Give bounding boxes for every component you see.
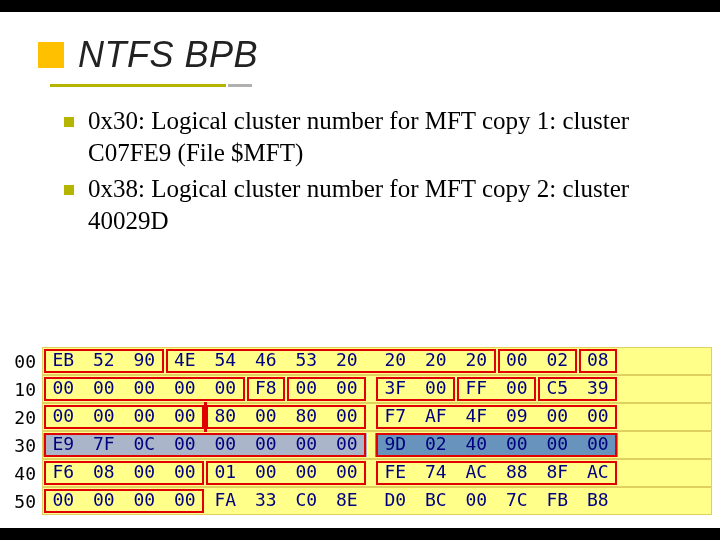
hex-byte: B8: [578, 488, 619, 514]
bullet-list: 0x30: Logical cluster number for MFT cop…: [64, 105, 680, 237]
hex-byte: AF: [416, 404, 457, 430]
hex-byte: 74: [416, 460, 457, 486]
hex-byte: 02: [416, 432, 457, 458]
field-split-marker: [204, 402, 207, 432]
hex-row-cells: 0000000080008000F7AF4F090000: [42, 403, 712, 431]
hex-byte: 33: [246, 488, 287, 514]
hex-byte: 3F: [375, 376, 416, 402]
hex-row-cells: EB52904E54465320202020000208: [42, 347, 712, 375]
hex-byte: 00: [205, 432, 246, 458]
hex-byte: 00: [416, 376, 457, 402]
title-underline: [50, 84, 630, 87]
bullet-text: 0x38: Logical cluster number for MFT cop…: [88, 173, 680, 237]
hex-byte: D0: [375, 488, 416, 514]
hex-byte: AC: [456, 460, 497, 486]
hex-byte: FF: [456, 376, 497, 402]
hex-row-cells: F608000001000000FE74AC888FAC: [42, 459, 712, 487]
hex-byte: 80: [286, 404, 327, 430]
hex-byte: 00: [286, 460, 327, 486]
hex-byte: 00: [578, 432, 619, 458]
hex-byte: 00: [165, 460, 206, 486]
hex-row: 200000000080008000F7AF4F090000: [2, 404, 712, 430]
hex-row-cells: E97F0C00000000009D0240000000: [42, 431, 712, 459]
hex-byte: 90: [124, 348, 165, 374]
hex-byte: 00: [246, 432, 287, 458]
hex-byte: 00: [327, 376, 368, 402]
hex-byte: 00: [497, 348, 538, 374]
hex-byte: 00: [578, 404, 619, 430]
row-offset-label: 00: [2, 351, 42, 372]
hex-byte: 00: [327, 404, 368, 430]
hex-byte: 09: [497, 404, 538, 430]
hex-row: 40F608000001000000FE74AC888FAC: [2, 460, 712, 486]
hex-byte: 53: [286, 348, 327, 374]
hex-byte: 00: [456, 488, 497, 514]
title-row: NTFS BPB: [38, 34, 720, 76]
hex-byte: 00: [497, 376, 538, 402]
hex-byte: 4E: [165, 348, 206, 374]
hex-byte: F6: [43, 460, 84, 486]
hex-byte: 00: [124, 460, 165, 486]
hex-byte: 00: [286, 432, 327, 458]
hex-byte: 46: [246, 348, 287, 374]
hex-byte: 01: [205, 460, 246, 486]
hex-byte: 00: [84, 404, 125, 430]
hex-byte: 00: [537, 432, 578, 458]
hex-row: 00EB52904E54465320202020000208: [2, 348, 712, 374]
hex-byte: 40: [456, 432, 497, 458]
hex-byte: 7C: [497, 488, 538, 514]
hex-dump-table: 00EB52904E544653202020200002081000000000…: [2, 348, 712, 516]
hex-byte: 00: [84, 488, 125, 514]
row-offset-label: 20: [2, 407, 42, 428]
hex-byte: FA: [205, 488, 246, 514]
hex-byte: FB: [537, 488, 578, 514]
hex-byte: 00: [84, 376, 125, 402]
hex-byte: 80: [205, 404, 246, 430]
hex-byte: 00: [246, 460, 287, 486]
hex-byte: 00: [165, 432, 206, 458]
hex-byte: 00: [246, 404, 287, 430]
bullet-square-icon: [64, 185, 74, 195]
hex-byte: 8F: [537, 460, 578, 486]
hex-byte: 08: [578, 348, 619, 374]
hex-row: 5000000000FA33C08ED0BC007CFBB8: [2, 488, 712, 514]
hex-byte: 88: [497, 460, 538, 486]
bullet-square-icon: [64, 117, 74, 127]
row-offset-label: 40: [2, 463, 42, 484]
hex-byte: C0: [286, 488, 327, 514]
hex-byte: 00: [124, 376, 165, 402]
slide-title: NTFS BPB: [78, 34, 258, 76]
bullet-item: 0x38: Logical cluster number for MFT cop…: [64, 173, 680, 237]
hex-byte: AC: [578, 460, 619, 486]
hex-byte: 00: [165, 488, 206, 514]
title-square-icon: [38, 42, 64, 68]
row-offset-label: 10: [2, 379, 42, 400]
hex-byte: 00: [327, 432, 368, 458]
hex-row: 100000000000F800003F00FF00C539: [2, 376, 712, 402]
hex-byte: 39: [578, 376, 619, 402]
bullet-text: 0x30: Logical cluster number for MFT cop…: [88, 105, 680, 169]
hex-byte: 02: [537, 348, 578, 374]
hex-byte: 54: [205, 348, 246, 374]
hex-byte: F8: [246, 376, 287, 402]
row-offset-label: 50: [2, 491, 42, 512]
hex-byte: C5: [537, 376, 578, 402]
hex-byte: 00: [124, 404, 165, 430]
hex-byte: 52: [84, 348, 125, 374]
hex-byte: 00: [124, 488, 165, 514]
hex-byte: 00: [165, 404, 206, 430]
hex-byte: 00: [43, 376, 84, 402]
hex-byte: 20: [456, 348, 497, 374]
hex-byte: 00: [497, 432, 538, 458]
hex-byte: 0C: [124, 432, 165, 458]
hex-byte: 00: [165, 376, 206, 402]
hex-byte: 7F: [84, 432, 125, 458]
hex-row: 30E97F0C00000000009D0240000000: [2, 432, 712, 458]
hex-byte: 00: [43, 488, 84, 514]
hex-byte: EB: [43, 348, 84, 374]
hex-row-cells: 00000000FA33C08ED0BC007CFBB8: [42, 487, 712, 515]
hex-byte: 9D: [375, 432, 416, 458]
hex-byte: 00: [286, 376, 327, 402]
hex-byte: FE: [375, 460, 416, 486]
hex-row-cells: 0000000000F800003F00FF00C539: [42, 375, 712, 403]
